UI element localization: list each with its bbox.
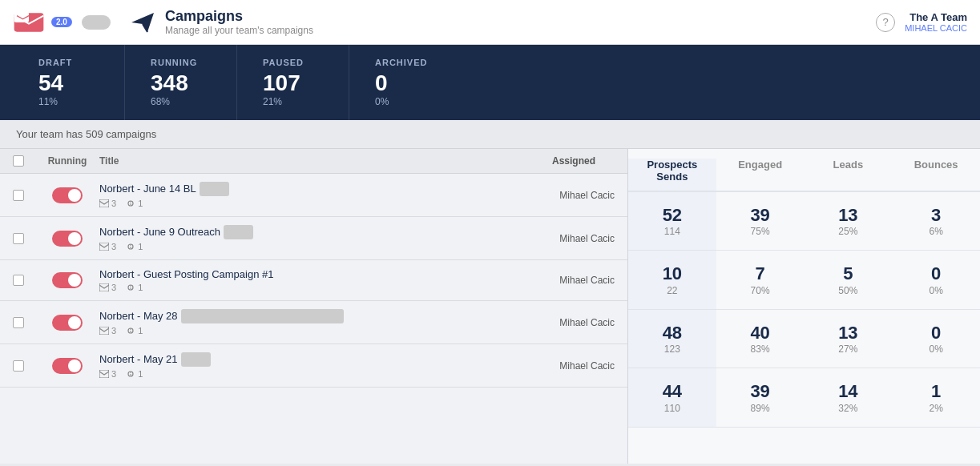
stat-label: DRAFT [38, 58, 99, 67]
link-count: 1 [126, 283, 143, 292]
header: 2.0 Campaigns Manage all your team's cam… [0, 0, 980, 45]
stat-card-archived[interactable]: ARCHIVED 0 0% [349, 45, 462, 120]
campaign-row[interactable]: Norbert - May 28co-promo opportunity [su… [0, 301, 627, 344]
row-checkbox[interactable] [13, 233, 24, 244]
data-cell: 48 123 [628, 310, 716, 368]
data-cell: 13 25% [805, 192, 893, 250]
header-right: ? The A Team MIHAEL CACIC [876, 11, 967, 33]
version-toggle[interactable] [82, 15, 111, 30]
main-value: 1 [898, 381, 974, 402]
main-value: 40 [723, 323, 798, 343]
help-button[interactable]: ? [876, 13, 895, 32]
email-count: 3 [99, 283, 116, 292]
stat-card-draft[interactable]: DRAFT 54 11% [13, 45, 125, 120]
running-toggle[interactable] [52, 187, 83, 203]
stat-percent: 0% [375, 96, 436, 107]
sub-value: 50% [811, 285, 886, 296]
main-value: 39 [723, 205, 798, 226]
sub-value: 89% [723, 403, 798, 414]
link-icon [126, 199, 135, 207]
sub-value: 27% [811, 343, 886, 355]
campaign-title: Norbert - Guest Posting Campaign #1 [99, 268, 518, 280]
campaign-title: Norbert - May 21•••••• [99, 352, 518, 367]
campaign-row[interactable]: Norbert - June 14 BL•••••• 3 1 Mihael Ca… [0, 174, 627, 217]
svg-rect-6 [99, 243, 109, 251]
data-row: 10 22 7 70% 5 50% 0 0% [628, 251, 980, 309]
svg-rect-10 [99, 327, 109, 335]
main-value: 10 [635, 263, 710, 284]
link-icon [126, 283, 135, 291]
blurred-text: •••••• [200, 182, 229, 196]
stats-bar: DRAFT 54 11% RUNNING 348 68% PAUSED 107 … [0, 45, 980, 120]
email-count: 3 [99, 242, 116, 251]
stat-value: 348 [151, 70, 211, 96]
row-checkbox[interactable] [13, 317, 24, 328]
data-rows: 52 114 39 75% 13 25% 3 6% 10 22 7 70% 5 … [628, 192, 980, 428]
main-value: 13 [811, 323, 886, 343]
email-icon [99, 199, 109, 207]
campaign-title: Norbert - May 28co-promo opportunity [su… [99, 309, 518, 323]
main-value: 39 [723, 381, 798, 402]
data-cell: 7 70% [716, 251, 805, 308]
campaign-row[interactable]: Norbert - May 21•••••• 3 1 Mihael Cacic [0, 344, 627, 388]
sub-value: 70% [723, 285, 798, 296]
list-header: Running Title Assigned [0, 149, 627, 174]
data-cell: 5 50% [805, 251, 893, 308]
campaigns-text: Campaigns Manage all your team's campaig… [165, 8, 313, 36]
sub-value: 0% [898, 285, 974, 296]
row-checkbox[interactable] [13, 360, 24, 372]
running-toggle[interactable] [52, 231, 83, 247]
running-toggle[interactable] [52, 272, 83, 288]
main-value: 3 [898, 205, 974, 226]
row-checkbox[interactable] [13, 275, 24, 286]
blurred-text: •••••• [224, 225, 253, 239]
email-count: 3 [99, 326, 116, 335]
campaign-meta: 3 1 [99, 369, 518, 379]
campaign-row[interactable]: Norbert - June 9 Outreach•••••• 3 1 Miha… [0, 217, 627, 260]
email-icon [99, 370, 109, 378]
data-cell: 52 114 [628, 192, 716, 250]
plane-icon [130, 10, 155, 35]
campaign-row[interactable]: Norbert - Guest Posting Campaign #1 3 1 … [0, 260, 627, 301]
data-cell: 39 75% [716, 192, 805, 250]
row-checkbox[interactable] [13, 190, 24, 201]
select-all-checkbox[interactable] [13, 155, 24, 167]
data-cell: 44 110 [628, 368, 716, 426]
team-name: The A Team [905, 11, 967, 23]
page-subtitle: Manage all your team's campaigns [165, 25, 313, 36]
stat-label: ARCHIVED [375, 58, 436, 67]
main-value: 14 [811, 381, 886, 402]
blurred-text: •••••• [181, 352, 211, 367]
running-toggle[interactable] [52, 315, 83, 331]
running-toggle[interactable] [52, 358, 83, 374]
panel-col-prospectssends: Prospects Sends [628, 159, 716, 191]
running-col-header: Running [35, 155, 99, 167]
stat-value: 54 [38, 70, 99, 96]
assigned-value: Mihael Cacic [518, 317, 615, 328]
panel-header: Prospects SendsEngagedLeadsBounces [628, 149, 980, 192]
link-count: 1 [126, 242, 143, 251]
assigned-value: Mihael Cacic [518, 275, 615, 286]
sub-value: 2% [898, 403, 974, 414]
email-icon [99, 283, 109, 291]
email-count: 3 [99, 199, 116, 208]
right-panel: Prospects SendsEngagedLeadsBounces 52 11… [627, 149, 980, 464]
svg-rect-12 [99, 370, 109, 378]
data-row: 52 114 39 75% 13 25% 3 6% [628, 192, 980, 251]
data-cell: 40 83% [716, 310, 805, 368]
main-value: 5 [811, 263, 886, 284]
data-cell: 13 27% [805, 310, 893, 368]
stat-percent: 11% [38, 96, 99, 107]
stat-label: PAUSED [263, 58, 323, 67]
stat-card-running[interactable]: RUNNING 348 68% [125, 45, 237, 120]
panel-col-bounces: Bounces [892, 159, 980, 191]
svg-rect-8 [99, 283, 109, 291]
stat-percent: 21% [263, 96, 323, 107]
main-value: 52 [635, 205, 710, 226]
panel-col-leads: Leads [805, 159, 893, 191]
sub-value: 75% [723, 226, 798, 237]
campaign-title: Norbert - June 9 Outreach•••••• [99, 225, 518, 239]
sub-value: 22 [635, 285, 710, 296]
link-icon [126, 370, 135, 378]
stat-card-paused[interactable]: PAUSED 107 21% [237, 45, 349, 120]
